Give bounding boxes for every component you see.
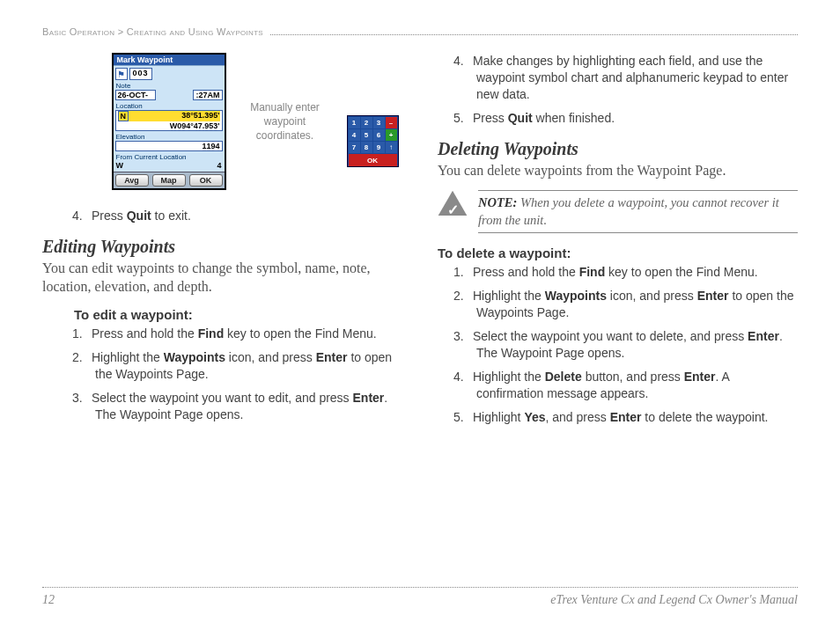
continued-step-list: Make changes by highlighting each field,… [438, 53, 798, 127]
list-item: Press and hold the Find key to open the … [92, 326, 402, 342]
device-figure: Mark Waypoint 003 Note 26-OCT- :27AM Loc… [42, 53, 402, 190]
note-triangle-icon [438, 190, 468, 220]
map-button: Map [152, 174, 186, 187]
avg-button: Avg [115, 174, 149, 187]
key-3: 3 [373, 117, 385, 128]
ok-button: OK [189, 174, 223, 187]
delete-step-list: Press and hold the Find key to open the … [438, 264, 798, 425]
list-item: Select the waypoint you want to delete, … [473, 328, 798, 362]
key-1: 1 [349, 117, 360, 128]
delete-subheading: To delete a waypoint: [438, 245, 798, 260]
elevation-value: 1194 [115, 141, 223, 151]
page-footer: 12 eTrex Venture Cx and Legend Cx Owner'… [42, 587, 798, 607]
device-screenshot: Mark Waypoint 003 Note 26-OCT- :27AM Loc… [112, 53, 226, 190]
location-label: Location [114, 102, 225, 110]
key-minus: – [386, 117, 397, 128]
deleting-heading: Deleting Waypoints [438, 139, 798, 159]
key-5: 5 [361, 129, 372, 141]
from-label: From Current Location [114, 153, 225, 161]
key-6: 6 [373, 129, 385, 141]
numeric-keypad: 1 2 3 – 4 5 6 + 7 8 9 ↑ OK [347, 115, 399, 167]
editing-heading: Editing Waypoints [42, 237, 402, 257]
header-rule [270, 29, 798, 35]
lon-value: W094°47.953' [118, 121, 220, 130]
edit-subheading: To edit a waypoint: [74, 307, 402, 322]
breadcrumb-section: Basic Operation [42, 26, 114, 37]
from-dir: W [116, 161, 124, 170]
manual-title: eTrex Venture Cx and Legend Cx Owner's M… [550, 593, 798, 607]
page-number: 12 [42, 593, 55, 607]
key-7: 7 [349, 142, 360, 153]
page-header: Basic Operation > Creating and Using Way… [42, 26, 798, 37]
flag-icon [115, 68, 128, 80]
location-field: N 38°51.395' W094°47.953' [115, 110, 223, 131]
device-button-row: Avg Map OK [114, 172, 225, 188]
list-item: Press Quit when finished. [473, 110, 798, 127]
list-item: Make changes by highlighting each field,… [473, 53, 798, 103]
breadcrumb-subsection: Creating and Using Waypoints [127, 26, 263, 37]
note-time: :27AM [193, 90, 223, 100]
key-plus: + [386, 129, 397, 141]
note-label: Note [114, 82, 225, 90]
note-text: NOTE: When you delete a waypoint, you ca… [478, 190, 798, 233]
breadcrumb-sep: > [114, 26, 126, 37]
key-9: 9 [373, 142, 385, 153]
left-column: Mark Waypoint 003 Note 26-OCT- :27AM Loc… [42, 53, 402, 432]
waypoint-id: 003 [129, 68, 152, 80]
note-callout: NOTE: When you delete a waypoint, you ca… [438, 190, 798, 233]
editing-paragraph: You can edit waypoints to change the sym… [42, 259, 402, 297]
lat-dir: N [118, 111, 129, 121]
lat-value: 38°51.395' [129, 111, 220, 121]
key-2: 2 [361, 117, 372, 128]
key-up: ↑ [386, 142, 397, 153]
list-item: Press and hold the Find key to open the … [473, 264, 798, 281]
list-item: Highlight the Delete button, and press E… [473, 369, 798, 402]
from-dist: 4 [217, 161, 221, 170]
key-8: 8 [361, 142, 372, 153]
list-item: Highlight Yes, and press Enter to delete… [473, 409, 798, 426]
list-item: Select the waypoint you want to edit, an… [92, 390, 402, 423]
right-column: Make changes by highlighting each field,… [438, 53, 798, 432]
list-item: Press Quit to exit. [92, 208, 402, 224]
breadcrumb: Basic Operation > Creating and Using Way… [42, 26, 263, 37]
list-item: Highlight the Waypoints icon, and press … [473, 288, 798, 321]
figure-caption: Manually enter waypoint coordinates. [237, 100, 334, 143]
key-4: 4 [349, 129, 360, 141]
note-date: 26-OCT- [115, 90, 156, 100]
deleting-paragraph: You can delete waypoints from the Waypoi… [438, 161, 798, 180]
exit-step-list: Press Quit to exit. [42, 208, 402, 224]
key-ok: OK [349, 154, 397, 166]
device-title: Mark Waypoint [114, 55, 225, 65]
from-values: W 4 [114, 161, 225, 172]
edit-step-list: Press and hold the Find key to open the … [42, 326, 402, 422]
elevation-label: Elevation [114, 133, 225, 141]
list-item: Highlight the Waypoints icon, and press … [92, 349, 402, 383]
